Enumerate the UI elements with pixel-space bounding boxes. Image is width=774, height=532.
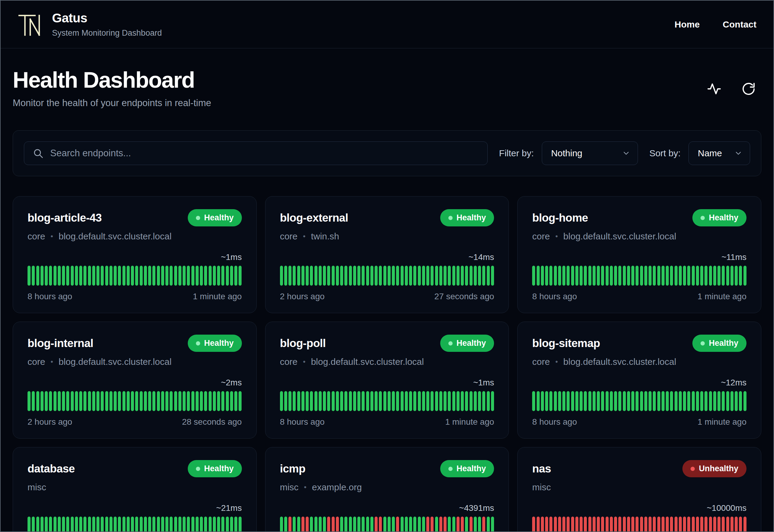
uptime-bar[interactable]: [62, 266, 65, 286]
uptime-bar[interactable]: [204, 391, 207, 411]
uptime-bar[interactable]: [79, 266, 82, 286]
uptime-bar[interactable]: [353, 266, 356, 286]
uptime-bar[interactable]: [541, 517, 544, 532]
uptime-bar[interactable]: [230, 266, 233, 286]
uptime-bar[interactable]: [558, 517, 561, 532]
uptime-bar[interactable]: [170, 266, 173, 286]
uptime-bar[interactable]: [62, 517, 65, 532]
uptime-bar[interactable]: [696, 266, 699, 286]
uptime-bar[interactable]: [213, 391, 216, 411]
uptime-bar[interactable]: [545, 266, 548, 286]
uptime-bar[interactable]: [49, 391, 52, 411]
uptime-bar[interactable]: [375, 517, 378, 532]
uptime-bar[interactable]: [152, 391, 155, 411]
uptime-bar[interactable]: [644, 391, 647, 411]
uptime-bar[interactable]: [209, 517, 212, 532]
uptime-bar[interactable]: [461, 391, 464, 411]
uptime-bar[interactable]: [435, 517, 438, 532]
endpoint-card[interactable]: database Healthy misc ~21ms 8 hours ago …: [13, 447, 257, 532]
uptime-bar[interactable]: [362, 391, 365, 411]
uptime-bar[interactable]: [161, 517, 164, 532]
uptime-bar[interactable]: [170, 391, 173, 411]
uptime-bar[interactable]: [165, 266, 168, 286]
uptime-bar[interactable]: [66, 266, 69, 286]
uptime-bar[interactable]: [284, 391, 287, 411]
uptime-bar[interactable]: [722, 517, 725, 532]
uptime-bar[interactable]: [375, 391, 378, 411]
uptime-bar[interactable]: [379, 391, 382, 411]
uptime-bar[interactable]: [482, 266, 485, 286]
nav-link-home[interactable]: Home: [675, 19, 700, 30]
uptime-bar[interactable]: [118, 391, 121, 411]
uptime-bar[interactable]: [606, 391, 609, 411]
uptime-bar[interactable]: [310, 391, 313, 411]
uptime-bar[interactable]: [114, 266, 117, 286]
uptime-bar[interactable]: [310, 266, 313, 286]
uptime-bar[interactable]: [71, 266, 74, 286]
uptime-bar[interactable]: [687, 391, 690, 411]
uptime-bar[interactable]: [618, 517, 621, 532]
uptime-bar[interactable]: [28, 391, 31, 411]
uptime-bar[interactable]: [234, 517, 237, 532]
uptime-bar[interactable]: [610, 266, 613, 286]
uptime-bar[interactable]: [161, 266, 164, 286]
uptime-bar[interactable]: [444, 391, 447, 411]
uptime-bar[interactable]: [32, 266, 35, 286]
uptime-bar[interactable]: [226, 517, 229, 532]
uptime-bar[interactable]: [101, 391, 104, 411]
uptime-bar[interactable]: [700, 391, 703, 411]
uptime-bar[interactable]: [644, 266, 647, 286]
uptime-bar[interactable]: [114, 391, 117, 411]
uptime-bar[interactable]: [491, 266, 494, 286]
uptime-bar[interactable]: [200, 517, 203, 532]
uptime-bar[interactable]: [396, 266, 399, 286]
uptime-bar[interactable]: [413, 391, 416, 411]
uptime-bar[interactable]: [306, 391, 309, 411]
uptime-bar[interactable]: [713, 266, 716, 286]
uptime-bar[interactable]: [340, 391, 343, 411]
uptime-bar[interactable]: [623, 266, 626, 286]
uptime-bar[interactable]: [178, 517, 181, 532]
endpoint-card[interactable]: icmp Healthy misc • example.org ~4391ms …: [265, 447, 509, 532]
uptime-bar[interactable]: [127, 391, 130, 411]
endpoint-card[interactable]: blog-home Healthy core • blog.default.sv…: [517, 196, 761, 313]
uptime-bar[interactable]: [71, 517, 74, 532]
uptime-bar[interactable]: [584, 391, 587, 411]
uptime-bar[interactable]: [679, 391, 682, 411]
uptime-bar[interactable]: [713, 517, 716, 532]
uptime-bar[interactable]: [461, 266, 464, 286]
uptime-bar[interactable]: [593, 391, 596, 411]
uptime-bar[interactable]: [213, 517, 216, 532]
uptime-bar[interactable]: [422, 266, 425, 286]
uptime-bar[interactable]: [709, 266, 712, 286]
uptime-bar[interactable]: [640, 391, 643, 411]
uptime-bar[interactable]: [353, 391, 356, 411]
uptime-bar[interactable]: [230, 391, 233, 411]
uptime-bar[interactable]: [726, 266, 729, 286]
uptime-bar[interactable]: [327, 517, 330, 532]
uptime-bar[interactable]: [606, 517, 609, 532]
uptime-bar[interactable]: [280, 391, 283, 411]
uptime-bar[interactable]: [161, 391, 164, 411]
uptime-bar[interactable]: [297, 391, 300, 411]
uptime-bar[interactable]: [743, 517, 746, 532]
uptime-bar[interactable]: [593, 517, 596, 532]
uptime-bar[interactable]: [187, 517, 190, 532]
activity-pulse-icon[interactable]: [707, 82, 721, 96]
uptime-bar[interactable]: [470, 391, 473, 411]
uptime-bar[interactable]: [487, 391, 490, 411]
uptime-bar[interactable]: [280, 266, 283, 286]
uptime-bar[interactable]: [683, 517, 686, 532]
uptime-bar[interactable]: [36, 266, 39, 286]
uptime-bar[interactable]: [165, 391, 168, 411]
uptime-bar[interactable]: [413, 517, 416, 532]
uptime-bar[interactable]: [687, 517, 690, 532]
uptime-bar[interactable]: [597, 266, 600, 286]
uptime-bar[interactable]: [610, 391, 613, 411]
uptime-bar[interactable]: [349, 391, 352, 411]
uptime-bar[interactable]: [448, 517, 451, 532]
uptime-bar[interactable]: [187, 391, 190, 411]
uptime-bar[interactable]: [597, 391, 600, 411]
uptime-bar[interactable]: [709, 517, 712, 532]
uptime-bar[interactable]: [623, 391, 626, 411]
